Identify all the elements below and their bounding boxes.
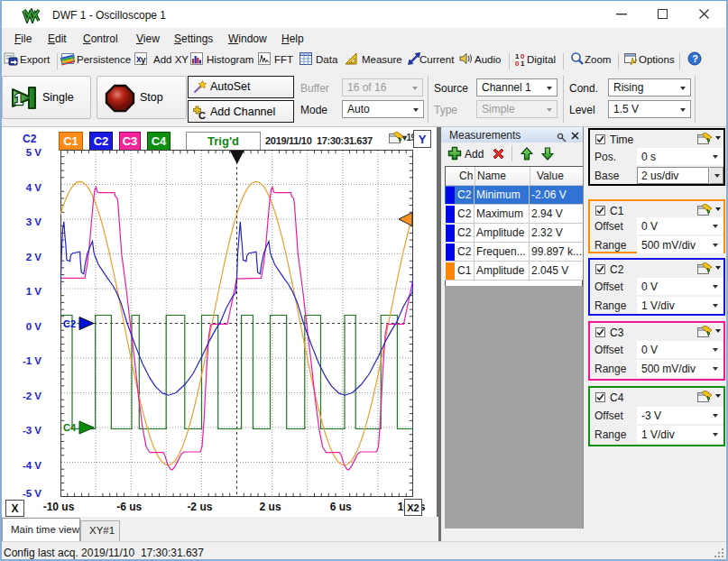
svg-text:C: C <box>198 110 206 120</box>
svg-text:C4: C4 <box>63 422 77 433</box>
svg-text:y: y <box>141 55 146 65</box>
svg-text:1: 1 <box>521 60 525 67</box>
svg-text:1: 1 <box>14 91 23 108</box>
svg-text:?: ? <box>692 53 698 64</box>
svg-text:0: 0 <box>515 60 520 67</box>
svg-text:C2: C2 <box>63 318 76 329</box>
